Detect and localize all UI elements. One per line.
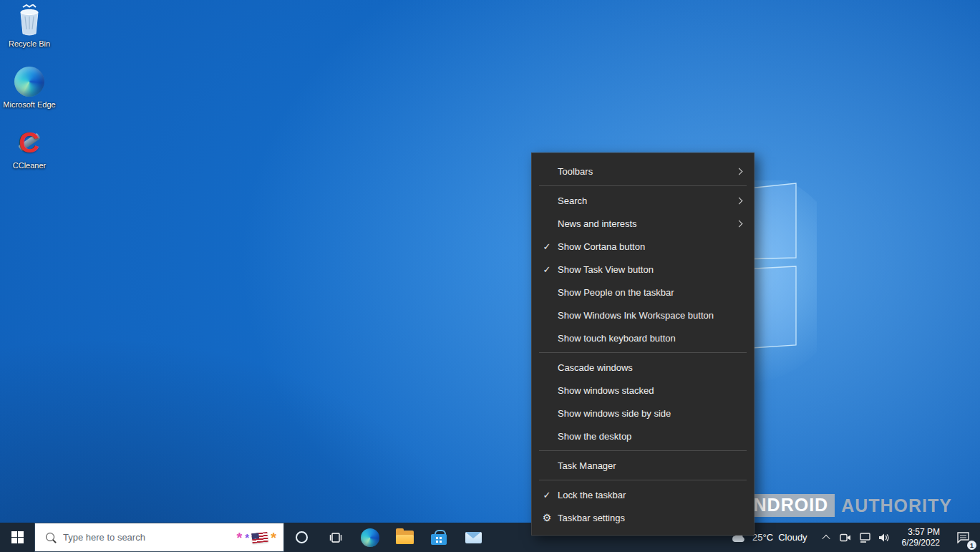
desktop-icon-label: Microsoft Edge: [3, 100, 55, 110]
weather-condition: Cloudy: [778, 532, 807, 543]
chevron-right-icon: [736, 197, 743, 204]
menu-separator: [539, 450, 747, 451]
menu-item-news-and-interests[interactable]: News and interests: [532, 212, 754, 235]
menu-separator: [539, 352, 747, 353]
menu-item-label: Show People on the taskbar: [558, 287, 674, 298]
task-view-icon: [329, 531, 343, 545]
edge-taskbar-button[interactable]: [353, 523, 387, 552]
network-button[interactable]: [855, 523, 875, 552]
desktop-icon-microsoft-edge[interactable]: Microsoft Edge: [1, 65, 57, 110]
watermark-secondary: AUTHORITY: [841, 495, 952, 516]
weather-temperature: 25°C: [752, 532, 773, 543]
speaker-icon: [878, 533, 890, 543]
menu-item-label: Show touch keyboard button: [558, 333, 676, 344]
volume-button[interactable]: [875, 523, 894, 552]
menu-item-label: Cascade windows: [558, 362, 633, 373]
fireworks-icon: *: [245, 531, 249, 545]
android-authority-watermark: ANDROID AUTHORITY: [734, 494, 953, 517]
checkmark-icon: ✓: [540, 264, 554, 275]
menu-item-show-touch-keyboard[interactable]: Show touch keyboard button: [532, 326, 754, 349]
gear-icon: ⚙: [540, 512, 554, 523]
task-view-button[interactable]: [319, 523, 353, 552]
notification-badge: 1: [967, 541, 976, 550]
menu-item-taskbar-settings[interactable]: ⚙ Taskbar settings: [532, 506, 754, 529]
desktop-icon-ccleaner[interactable]: C CCleaner: [1, 126, 57, 171]
camera-icon: [840, 533, 851, 542]
menu-item-show-the-desktop[interactable]: Show the desktop: [532, 425, 754, 447]
menu-item-label: Show Task View button: [558, 264, 654, 275]
search-icon: [45, 532, 57, 543]
fireworks-icon: *: [237, 531, 243, 545]
menu-item-lock-the-taskbar[interactable]: ✓ Lock the taskbar: [532, 483, 754, 506]
meet-now-button[interactable]: [836, 523, 855, 552]
mail-button[interactable]: [456, 523, 490, 552]
search-input[interactable]: [63, 532, 237, 543]
menu-item-label: Taskbar settings: [558, 513, 625, 523]
menu-item-show-windows-stacked[interactable]: Show windows stacked: [532, 379, 754, 402]
ccleaner-icon: C: [13, 126, 46, 159]
menu-item-cascade-windows[interactable]: Cascade windows: [532, 356, 754, 379]
taskbar-search-box[interactable]: * * *: [34, 523, 284, 552]
file-explorer-button[interactable]: [387, 523, 422, 552]
desktop-icon-label: Recycle Bin: [9, 39, 50, 49]
system-tray: 25°C Cloudy 3:57 PM 6/29/2022: [721, 523, 980, 552]
desktop-icon-list: Recycle Bin Microsoft Edge C CCleaner: [1, 4, 57, 170]
folder-icon: [396, 531, 414, 544]
checkmark-icon: ✓: [540, 490, 554, 500]
taskbar-clock[interactable]: 3:57 PM 6/29/2022: [894, 527, 948, 548]
menu-item-toolbars[interactable]: Toolbars: [532, 160, 754, 183]
action-center-button[interactable]: 1: [948, 523, 978, 552]
menu-item-label: News and interests: [558, 218, 637, 229]
clock-date: 6/29/2022: [902, 538, 940, 548]
windows-logo-icon: [11, 531, 24, 543]
chevron-right-icon: [736, 220, 743, 227]
menu-item-search[interactable]: Search: [532, 189, 754, 212]
edge-icon: [14, 67, 44, 97]
menu-item-show-people[interactable]: Show People on the taskbar: [532, 281, 754, 304]
menu-item-show-task-view-button[interactable]: ✓ Show Task View button: [532, 258, 754, 281]
menu-item-show-windows-side-by-side[interactable]: Show windows side by side: [532, 402, 754, 425]
desktop-wallpaper: [0, 0, 980, 552]
menu-item-label: Show the desktop: [558, 431, 631, 442]
mail-icon: [465, 532, 482, 543]
menu-separator: [539, 480, 747, 480]
menu-item-label: Lock the taskbar: [558, 490, 626, 500]
menu-item-show-ink-workspace[interactable]: Show Windows Ink Workspace button: [532, 304, 754, 326]
menu-item-label: Show Windows Ink Workspace button: [558, 310, 714, 321]
checkmark-icon: ✓: [540, 241, 554, 252]
us-flag-icon: [252, 531, 268, 543]
chevron-right-icon: [736, 168, 743, 175]
menu-item-label: Show windows stacked: [558, 385, 654, 396]
menu-item-show-cortana-button[interactable]: ✓ Show Cortana button: [532, 235, 754, 258]
start-button[interactable]: [0, 523, 34, 552]
ethernet-icon: [859, 533, 871, 543]
taskbar-context-menu: Toolbars Search News and interests ✓ Sho…: [531, 152, 755, 536]
search-seasonal-decoration[interactable]: * * *: [237, 531, 283, 545]
cortana-icon: [296, 531, 308, 543]
menu-item-label: Show Cortana button: [558, 241, 645, 252]
desktop-icon-label: CCleaner: [13, 161, 46, 171]
fireworks-icon: *: [271, 531, 276, 545]
menu-separator: [539, 185, 747, 186]
cortana-button[interactable]: [284, 523, 319, 552]
taskbar: * * * 25°C Cloudy: [0, 523, 980, 552]
microsoft-store-button[interactable]: [422, 523, 456, 552]
menu-item-label: Search: [558, 195, 587, 206]
edge-icon: [361, 528, 379, 547]
show-hidden-icons-button[interactable]: [817, 523, 836, 552]
store-icon: [431, 530, 447, 546]
menu-item-label: Toolbars: [558, 166, 593, 177]
clock-time: 3:57 PM: [902, 527, 940, 538]
chevron-up-icon: [822, 534, 830, 542]
desktop-icon-recycle-bin[interactable]: Recycle Bin: [1, 4, 57, 49]
menu-item-label: Show windows side by side: [558, 408, 671, 419]
recycle-bin-icon: [13, 4, 46, 37]
menu-item-task-manager[interactable]: Task Manager: [532, 454, 754, 477]
menu-item-label: Task Manager: [558, 460, 616, 471]
